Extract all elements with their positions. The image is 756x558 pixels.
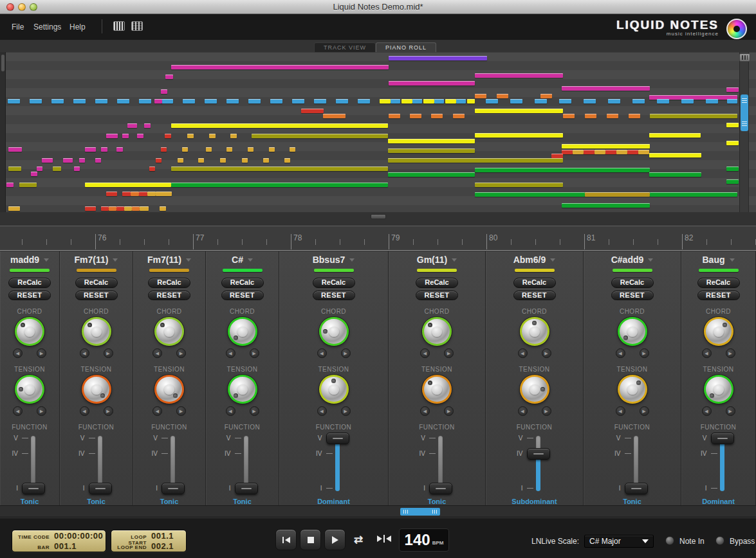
midi-note[interactable] <box>389 56 487 60</box>
menu-file[interactable]: File <box>12 22 24 32</box>
chord-knob[interactable] <box>422 317 452 346</box>
chord-name[interactable]: C# <box>232 255 253 265</box>
chord-next-button[interactable]: ▶ <box>176 348 186 358</box>
midi-note[interactable] <box>616 150 627 154</box>
piano-keys-toggle-icon[interactable] <box>739 53 750 62</box>
midi-note[interactable] <box>475 73 563 78</box>
midi-note[interactable] <box>226 99 239 104</box>
midi-note[interactable] <box>161 99 173 104</box>
midi-note[interactable] <box>391 99 400 104</box>
midi-note[interactable] <box>510 99 522 104</box>
reset-button[interactable]: RESET <box>148 291 190 301</box>
midi-note[interactable] <box>144 123 151 128</box>
tension-knob[interactable] <box>704 375 733 404</box>
midi-note[interactable] <box>595 150 605 154</box>
chord-knob[interactable] <box>618 317 647 346</box>
midi-note[interactable] <box>358 99 370 104</box>
slider-handle[interactable] <box>22 483 45 494</box>
chord-name[interactable]: Baug <box>703 255 735 265</box>
midi-note[interactable] <box>584 99 596 104</box>
tension-knob[interactable] <box>82 375 111 404</box>
chord-prev-button[interactable]: ◀ <box>80 348 89 358</box>
function-slider[interactable]: VIVI <box>142 432 196 495</box>
midi-note[interactable] <box>171 166 388 171</box>
slider-handle[interactable] <box>711 433 734 444</box>
chord-next-button[interactable]: ▶ <box>104 348 113 358</box>
menu-settings[interactable]: Settings <box>33 22 61 32</box>
midi-note[interactable] <box>467 99 475 104</box>
midi-note[interactable] <box>171 123 388 128</box>
midi-note[interactable] <box>584 150 595 154</box>
chord-name[interactable]: Gm(11) <box>417 255 457 265</box>
midi-note[interactable] <box>124 206 132 211</box>
tension-next-button[interactable]: ▶ <box>542 406 551 416</box>
play-button[interactable] <box>324 529 346 550</box>
tension-next-button[interactable]: ▶ <box>341 406 351 416</box>
midi-note[interactable] <box>475 133 563 138</box>
midi-note[interactable] <box>585 192 650 197</box>
midi-note[interactable] <box>410 114 421 118</box>
chord-name[interactable]: madd9 <box>10 255 49 265</box>
midi-note[interactable] <box>171 65 389 69</box>
chord-knob[interactable] <box>319 317 349 346</box>
midi-note[interactable] <box>627 150 638 154</box>
note-in-indicator[interactable] <box>665 536 674 545</box>
midi-note[interactable] <box>37 166 42 171</box>
midi-note[interactable] <box>649 172 701 177</box>
slider-handle[interactable] <box>235 483 258 494</box>
horizontal-scrollbar[interactable] <box>0 505 756 518</box>
midi-note[interactable] <box>127 123 137 128</box>
midi-note[interactable] <box>562 144 650 148</box>
chord-name[interactable]: C#add9 <box>611 255 654 265</box>
midi-note[interactable] <box>198 158 204 163</box>
function-slider[interactable]: VIVI <box>3 432 57 495</box>
tension-next-button[interactable]: ▶ <box>37 406 46 416</box>
midi-note[interactable] <box>388 148 475 153</box>
chord-next-button[interactable]: ▶ <box>37 348 46 358</box>
midi-note[interactable] <box>486 99 498 104</box>
midi-note[interactable] <box>109 206 116 211</box>
recalc-button[interactable]: ReCalc <box>75 278 118 288</box>
midi-note[interactable] <box>101 147 107 152</box>
midi-note[interactable] <box>85 183 171 187</box>
midi-note[interactable] <box>475 192 585 197</box>
tension-next-button[interactable]: ▶ <box>250 406 259 416</box>
chord-name[interactable]: Fm7(11) <box>147 255 191 265</box>
chord-name[interactable]: Abm6/9 <box>513 255 556 265</box>
midi-note[interactable] <box>139 99 151 104</box>
midi-note[interactable] <box>412 99 422 104</box>
midi-note[interactable] <box>475 183 563 187</box>
midi-note[interactable] <box>161 147 167 152</box>
midi-note[interactable] <box>638 150 649 154</box>
bypass-indicator[interactable] <box>715 536 724 545</box>
chord-knob[interactable] <box>154 317 184 346</box>
chord-next-button[interactable]: ▶ <box>640 348 649 358</box>
midi-note[interactable] <box>475 94 486 98</box>
tension-prev-button[interactable]: ◀ <box>152 406 162 416</box>
tension-knob[interactable] <box>618 375 647 404</box>
midi-note[interactable] <box>182 147 188 152</box>
chord-next-button[interactable]: ▶ <box>341 348 351 358</box>
midi-note[interactable] <box>160 206 166 211</box>
chord-prev-button[interactable]: ◀ <box>420 348 430 358</box>
recalc-button[interactable]: ReCalc <box>513 278 556 288</box>
chord-prev-button[interactable]: ◀ <box>702 348 712 358</box>
midi-note[interactable] <box>209 134 216 138</box>
chord-knob[interactable] <box>228 317 257 346</box>
midi-note[interactable] <box>292 99 304 104</box>
midi-note[interactable] <box>51 99 64 104</box>
tension-prev-button[interactable]: ◀ <box>80 406 89 416</box>
midi-note[interactable] <box>19 183 37 187</box>
midi-note[interactable] <box>380 99 391 104</box>
recalc-button[interactable]: ReCalc <box>8 278 51 288</box>
midi-note[interactable] <box>8 99 20 104</box>
tension-next-button[interactable]: ▶ <box>444 406 454 416</box>
midi-note[interactable] <box>563 114 575 118</box>
midi-note[interactable] <box>30 99 42 104</box>
midi-note[interactable] <box>248 147 254 152</box>
vertical-scrollbar-thumb[interactable] <box>741 94 748 131</box>
menu-help[interactable]: Help <box>69 22 86 32</box>
midi-note[interactable] <box>608 99 620 104</box>
recalc-button[interactable]: ReCalc <box>416 278 458 288</box>
reset-button[interactable]: RESET <box>513 291 556 301</box>
